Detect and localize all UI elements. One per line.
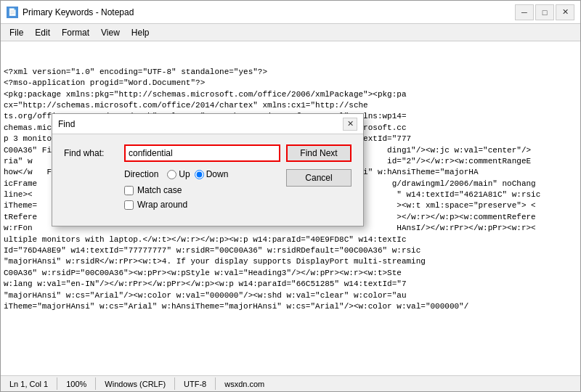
menu-bar: File Edit Format View Help [1,24,580,41]
window-title: Primary Keywords - Notepad [23,7,134,17]
menu-file[interactable]: File [4,26,29,39]
wrap-around-label: Wrap around [137,200,187,210]
direction-down-label: Down [206,169,229,179]
direction-up-label: Up [179,169,190,179]
direction-down-radio[interactable] [195,170,204,179]
status-bar: Ln 1, Col 1 100% Windows (CRLF) UTF-8 ws… [1,375,580,391]
status-zoom: 100% [57,377,96,390]
match-case-label: Match case [137,185,182,195]
find-middle-section: Direction Up Down [64,169,352,210]
wrap-around-option[interactable]: Wrap around [124,200,279,210]
maximize-button[interactable]: □ [535,4,554,20]
wrap-around-checkbox[interactable] [124,200,134,210]
cancel-button[interactable]: Cancel [286,169,352,187]
direction-up-option[interactable]: Up [167,169,190,179]
find-what-input[interactable] [124,144,280,162]
find-middle-right: Cancel [279,169,352,210]
title-bar-controls: ─ □ ✕ [515,4,574,20]
title-bar-left: 📄 Primary Keywords - Notepad [7,7,134,18]
status-line-ending: Windows (CRLF) [96,377,175,390]
notepad-icon: 📄 [7,7,18,18]
match-case-checkbox[interactable] [124,186,134,195]
close-button[interactable]: ✕ [556,4,574,20]
find-what-row: Find what: Find Next [64,144,352,162]
status-extra: wsxdn.com [216,377,273,390]
find-dialog-title: Find [58,119,75,129]
find-next-button[interactable]: Find Next [286,144,352,162]
status-position: Ln 1, Col 1 [7,377,57,390]
menu-view[interactable]: View [95,26,126,39]
find-what-label: Find what: [64,148,118,158]
menu-format[interactable]: Format [56,26,95,39]
find-close-button[interactable]: ✕ [343,118,357,131]
direction-down-option[interactable]: Down [195,169,229,179]
find-options-left: Direction Up Down [64,169,279,210]
menu-edit[interactable]: Edit [29,26,56,39]
match-case-option[interactable]: Match case [124,185,279,195]
direction-up-radio[interactable] [167,170,176,179]
find-title-bar: Find ✕ [52,114,363,134]
menu-help[interactable]: Help [126,26,155,39]
direction-label: Direction [124,169,158,179]
find-body: Find what: Find Next Direction Up [52,134,363,226]
notepad-window: 📄 Primary Keywords - Notepad ─ □ ✕ File … [0,0,581,392]
find-checkboxes: Match case Wrap around [124,185,279,210]
minimize-button[interactable]: ─ [515,4,534,20]
find-direction-group: Direction Up Down [124,169,279,179]
title-bar: 📄 Primary Keywords - Notepad ─ □ ✕ [1,1,580,24]
status-encoding: UTF-8 [175,377,216,390]
find-dialog: Find ✕ Find what: Find Next Direction [52,113,364,226]
